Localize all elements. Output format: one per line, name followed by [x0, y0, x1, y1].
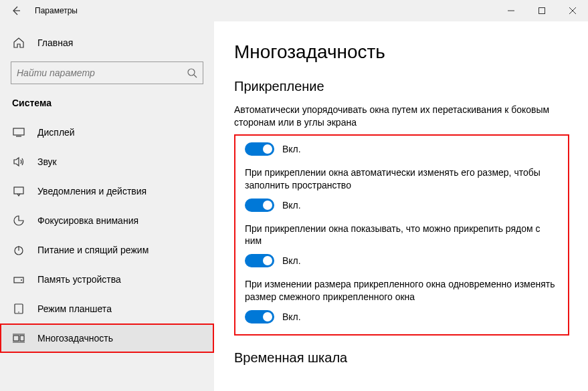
sidebar-item-label: Режим планшета — [37, 303, 112, 314]
maximize-button[interactable] — [526, 0, 557, 21]
snap-settings-group: Вкл. При прикреплении окна автоматически… — [234, 134, 569, 336]
setting-desc: При изменении размера прикрепленного окн… — [245, 278, 559, 303]
sidebar-item-focus[interactable]: Фокусировка внимания — [0, 206, 214, 235]
toggle-state-label: Вкл. — [282, 311, 301, 322]
arrow-left-icon — [11, 5, 21, 16]
setting-desc: При прикреплении окна показывать, что мо… — [245, 223, 559, 248]
window-controls — [496, 0, 588, 21]
toggle-snap-show[interactable] — [245, 254, 274, 267]
svg-rect-0 — [539, 8, 545, 14]
section-snap-title: Прикрепление — [234, 79, 569, 94]
snap-intro-text: Автоматически упорядочивать окна путем и… — [234, 104, 569, 129]
toggle-state-label: Вкл. — [282, 255, 301, 266]
svg-rect-9 — [13, 336, 19, 341]
close-button[interactable] — [557, 0, 588, 21]
svg-point-1 — [188, 69, 195, 76]
setting-desc: При прикреплении окна автоматически изме… — [245, 166, 559, 192]
minimize-button[interactable] — [496, 0, 526, 21]
svg-point-6 — [21, 279, 22, 281]
sound-icon — [12, 156, 25, 167]
setting-snap-adjacent: При изменении размера прикрепленного окн… — [245, 278, 559, 323]
power-icon — [12, 245, 25, 255]
nav-list: Дисплей Звук Уведомления и действия Фоку… — [0, 118, 214, 391]
back-button[interactable] — [0, 0, 32, 21]
sidebar-item-display[interactable]: Дисплей — [0, 118, 214, 147]
page-title: Многозадачность — [234, 41, 569, 63]
content-area: Многозадачность Прикрепление Автоматичес… — [214, 21, 588, 391]
sidebar-item-sound[interactable]: Звук — [0, 147, 214, 176]
notifications-icon — [12, 186, 25, 197]
tablet-icon — [12, 303, 25, 314]
sidebar-item-storage[interactable]: Память устройства — [0, 265, 214, 294]
search-box[interactable] — [11, 61, 203, 84]
section-timeline-title: Временная шкала — [234, 350, 569, 366]
titlebar: Параметры — [0, 0, 588, 21]
toggle-state-label: Вкл. — [282, 144, 301, 154]
sidebar-item-label: Дисплей — [37, 127, 75, 138]
sidebar-item-label: Питание и спящий режим — [37, 245, 149, 255]
minimize-icon — [508, 7, 514, 14]
toggle-state-label: Вкл. — [282, 200, 301, 211]
multitasking-icon — [12, 334, 25, 343]
toggle-snap-resize[interactable] — [245, 199, 274, 212]
close-icon — [569, 7, 576, 14]
sidebar-item-label: Память устройства — [37, 274, 121, 285]
search-input[interactable] — [17, 68, 187, 78]
svg-rect-10 — [20, 336, 24, 341]
display-icon — [12, 128, 25, 137]
home-nav[interactable]: Главная — [0, 28, 214, 57]
sidebar-item-notifications[interactable]: Уведомления и действия — [0, 176, 214, 206]
setting-snap-auto: Вкл. — [245, 142, 559, 156]
sidebar-item-tablet[interactable]: Режим планшета — [0, 294, 214, 323]
sidebar-item-label: Звук — [37, 156, 57, 167]
setting-snap-resize: При прикреплении окна автоматически изме… — [245, 166, 559, 212]
window-title: Параметры — [32, 6, 496, 15]
focus-icon — [12, 215, 25, 226]
search-icon — [187, 68, 197, 78]
category-label: Система — [0, 92, 214, 118]
sidebar-item-label: Уведомления и действия — [37, 186, 146, 197]
svg-rect-2 — [13, 128, 24, 135]
svg-point-8 — [18, 311, 19, 313]
svg-rect-3 — [14, 187, 23, 194]
sidebar: Главная Система Дисплей Звук — [0, 21, 214, 391]
sidebar-item-power[interactable]: Питание и спящий режим — [0, 235, 214, 265]
toggle-snap-adjacent[interactable] — [245, 310, 274, 323]
storage-icon — [12, 274, 25, 285]
sidebar-item-label: Фокусировка внимания — [37, 215, 138, 226]
home-label: Главная — [37, 37, 73, 48]
sidebar-item-label: Многозадачность — [37, 333, 113, 344]
home-icon — [12, 37, 25, 49]
maximize-icon — [538, 7, 545, 14]
sidebar-item-multitasking[interactable]: Многозадачность — [0, 323, 214, 353]
toggle-snap-auto[interactable] — [245, 142, 274, 156]
setting-snap-show: При прикреплении окна показывать, что мо… — [245, 223, 559, 268]
